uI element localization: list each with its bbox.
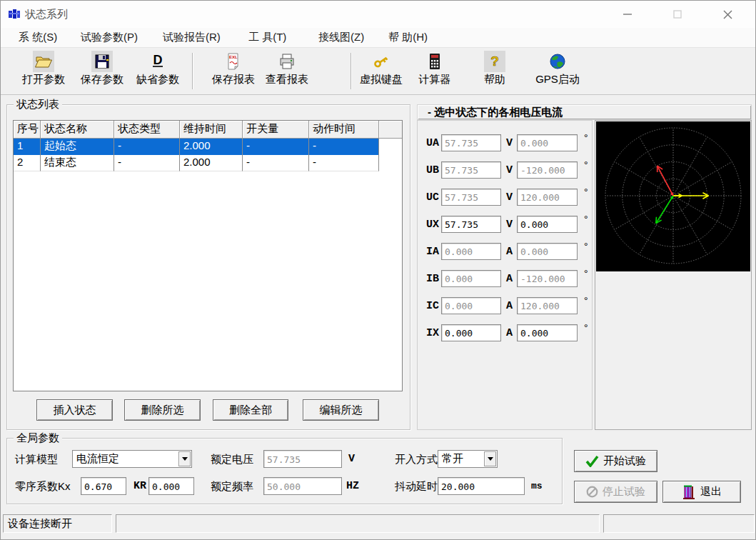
input-mode-select[interactable]: 常开 (438, 450, 498, 468)
table-row-selected[interactable]: 1 起始态 - 2.000 - - (14, 139, 379, 155)
ib-value-field[interactable]: 0.000 (441, 270, 501, 287)
close-icon (723, 10, 732, 19)
ia-value-field[interactable]: 0.000 (441, 243, 501, 260)
app-logo-icon (8, 8, 21, 21)
menu-tools[interactable]: 工 具(T) (246, 28, 289, 47)
status-bar: 设备连接断开 (1, 512, 755, 536)
delete-all-button[interactable]: 删除全部 (213, 399, 288, 421)
phase-panel-title: - 选中状态下的各相电压电流 (417, 104, 752, 120)
menu-bar: 系 统(S) 试验参数(P) 试验报告(R) 工 具(T) 接线图(Z) 帮 助… (1, 28, 755, 47)
input-mode-label: 开入方式 (395, 450, 438, 468)
column-header[interactable]: 状态名称 (41, 121, 114, 139)
debounce-unit: ms (531, 477, 543, 495)
close-button[interactable] (711, 1, 744, 27)
cell: - (243, 139, 309, 155)
ua-value-field[interactable]: 57.735 (441, 134, 501, 151)
calc-model-select[interactable]: 电流恒定 (72, 450, 192, 468)
menu-test-params[interactable]: 试验参数(P) (78, 28, 141, 47)
ub-angle-field[interactable]: -120.000 (517, 161, 578, 179)
print-report-icon (276, 51, 298, 72)
exit-door-icon (682, 484, 696, 500)
unit-label: V (506, 137, 513, 149)
unit-label: A (506, 300, 513, 312)
dropdown-button[interactable] (178, 451, 191, 466)
column-header[interactable]: 序号 (14, 121, 41, 139)
column-header[interactable]: 开关量 (243, 121, 309, 139)
insert-state-button[interactable]: 插入状态 (36, 399, 113, 421)
phase-row-uc: UC 57.735 V 120.000 ° (418, 189, 592, 207)
maximize-button[interactable] (661, 1, 694, 27)
open-params-button[interactable]: 打开参数 (17, 51, 70, 92)
field-label: IA (426, 246, 439, 258)
rated-freq-label: 额定频率 (211, 477, 253, 495)
field-label: UB (426, 164, 439, 176)
save-floppy-icon (91, 51, 113, 72)
toolbar: 打开参数 保存参数 D 缺省参数 (1, 47, 755, 95)
menu-test-report[interactable]: 试验报告(R) (160, 28, 223, 47)
debounce-field[interactable]: 20.000 (438, 477, 525, 495)
help-button[interactable]: ? 帮助 (476, 51, 513, 92)
tool-label: 计算器 (419, 73, 451, 86)
status-panel-right (603, 514, 755, 533)
ux-value-field[interactable]: 57.735 (441, 216, 501, 233)
start-test-button[interactable]: 开始试验 (574, 450, 657, 472)
calc-model-label: 计算模型 (15, 450, 58, 468)
dropdown-button[interactable] (484, 451, 496, 466)
virtual-keyboard-button[interactable]: 虚拟键盘 (355, 51, 408, 92)
phasor-panel (595, 120, 752, 430)
button-label: 退出 (700, 485, 722, 499)
column-header[interactable]: 动作时间 (309, 121, 379, 139)
export-report-icon: EXL (223, 51, 244, 72)
column-header[interactable]: 维持时间 (180, 121, 243, 139)
degree-label: ° (584, 132, 588, 144)
ia-angle-field[interactable]: 0.000 (517, 243, 578, 260)
phasor-diagram (596, 121, 750, 271)
cell: 1 (14, 139, 41, 155)
save-params-button[interactable]: 保存参数 (76, 51, 128, 92)
ua-angle-field[interactable]: 0.000 (517, 134, 578, 151)
save-report-button[interactable]: EXL 保存报表 (207, 51, 260, 92)
stop-test-button: 停止试验 (574, 481, 657, 503)
unit-label: A (506, 273, 513, 285)
zero-seq-field[interactable]: 0.670 (81, 477, 126, 495)
state-table[interactable]: 序号 状态名称 状态类型 维持时间 开关量 动作时间 1 起始态 - 2.000… (13, 120, 403, 391)
ix-value-field[interactable]: 0.000 (441, 324, 501, 341)
ic-angle-field[interactable]: 120.000 (517, 297, 578, 314)
table-row[interactable]: 2 结束态 - 2.000 - - (14, 155, 379, 171)
delete-selected-button[interactable]: 删除所选 (124, 399, 201, 421)
default-d-icon: D (147, 51, 168, 72)
default-params-button[interactable]: D 缺省参数 (131, 51, 184, 92)
minimize-button[interactable] (611, 1, 644, 27)
exit-button[interactable]: 退出 (662, 481, 741, 503)
degree-label: ° (584, 268, 588, 279)
edit-selected-button[interactable]: 编辑所选 (303, 399, 379, 421)
uc-angle-field[interactable]: 120.000 (517, 189, 578, 206)
ib-angle-field[interactable]: -120.000 (517, 270, 578, 287)
debounce-label: 抖动延时 (395, 477, 438, 495)
kr-field[interactable]: 0.000 (148, 477, 194, 495)
ub-value-field[interactable]: 57.735 (441, 161, 501, 179)
menu-wiring-diagram[interactable]: 接线图(Z) (316, 28, 367, 47)
tool-label: 查看报表 (266, 73, 308, 86)
button-label: 开始试验 (603, 454, 646, 468)
menu-help[interactable]: 帮 助(H) (385, 28, 430, 47)
button-label: 删除全部 (229, 404, 272, 417)
tool-label: 保存报表 (212, 73, 255, 86)
degree-label: ° (584, 322, 588, 334)
state-list-group-title: 状态列表 (14, 99, 62, 110)
button-label: 编辑所选 (320, 404, 363, 417)
svg-text:EXL: EXL (229, 55, 238, 59)
gps-start-button[interactable]: GPS启动 (529, 51, 586, 92)
stop-sign-icon (586, 486, 598, 498)
uc-value-field[interactable]: 57.735 (441, 189, 501, 206)
ix-angle-field[interactable]: 0.000 (517, 324, 578, 341)
app-window: 状态系列 系 统(S) 试验参数(P) 试验报告(R) 工 具(T) 接线图(Z… (0, 0, 756, 540)
cell: - (243, 155, 309, 171)
ic-value-field[interactable]: 0.000 (441, 297, 501, 314)
calculator-button[interactable]: 计算器 (414, 51, 455, 92)
ux-angle-field[interactable]: 0.000 (517, 216, 578, 233)
phase-row-ux: UX 57.735 V 0.000 ° (418, 216, 592, 234)
column-header[interactable]: 状态类型 (114, 121, 180, 139)
menu-system[interactable]: 系 统(S) (16, 28, 60, 47)
view-report-button[interactable]: 查看报表 (261, 51, 313, 92)
